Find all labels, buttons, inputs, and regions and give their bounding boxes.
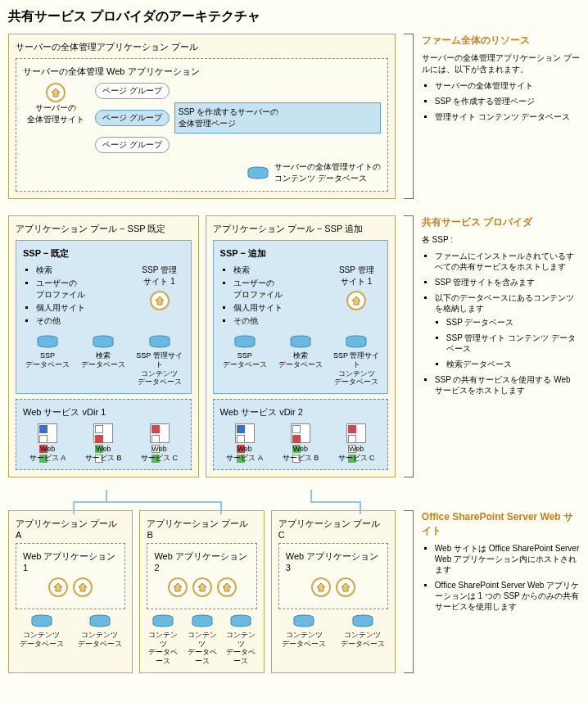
anno1-text: サーバーの全体管理アプリケーション プールには、以下が含まれます。 xyxy=(422,52,580,75)
home-icon xyxy=(73,577,93,597)
database-icon xyxy=(191,614,214,627)
vdir2-box: Web サービス vDir 2 Web サービス A Web サービス B We… xyxy=(213,399,389,470)
database-icon xyxy=(148,335,171,348)
app2-label: Web アプリケーション 2 xyxy=(154,550,249,572)
ssp-default-inner: SSP − 既定 検索 ユーザーの プロファイル 個人用サイト その他 SSP … xyxy=(16,240,192,394)
database-icon xyxy=(247,166,269,179)
webservice-icon xyxy=(291,423,310,443)
ssp-default-box: アプリケーション プール − SSP 既定 SSP − 既定 検索 ユーザーの … xyxy=(8,215,199,477)
pool-b: アプリケーション プール B Web アプリケーション 2 コンテンツ データベ… xyxy=(139,510,264,673)
admin-pool-box: サーバーの全体管理アプリケーション プール サーバーの全体管理 Web アプリケ… xyxy=(8,34,396,199)
pool-a: アプリケーション プール A Web アプリケーション 1 コンテンツ データベ… xyxy=(8,510,133,673)
vdir1-label: Web サービス vDir 1 xyxy=(23,406,184,419)
bracket-3 xyxy=(404,510,414,673)
pool-c-label: アプリケーション プール C xyxy=(278,518,388,540)
webservice-icon xyxy=(150,423,170,443)
ssp-default-label: SSP − 既定 xyxy=(23,247,184,260)
connector-lines xyxy=(8,490,409,514)
home-icon xyxy=(346,291,366,310)
vdir2-label: Web サービス vDir 2 xyxy=(220,406,382,419)
anno3-list: Web サイトは Office SharePoint Server Web アプ… xyxy=(422,543,580,612)
anno1-title: ファーム全体のリソース xyxy=(422,34,580,48)
ssp-add-inner: SSP − 追加 検索 ユーザーの プロファイル 個人用サイト その他 SSP … xyxy=(213,240,389,394)
app1-label: Web アプリケーション 1 xyxy=(23,550,118,572)
pool-b-label: アプリケーション プール B xyxy=(147,518,256,540)
anno3-title: Office SharePoint Server Web サイト xyxy=(422,510,580,538)
ssp-default-pool-label: アプリケーション プール − SSP 既定 xyxy=(16,223,192,235)
webservice-icon xyxy=(346,423,366,443)
database-icon xyxy=(351,614,374,627)
database-icon xyxy=(289,335,312,348)
database-icon xyxy=(36,335,59,348)
database-icon xyxy=(30,614,53,627)
database-icon xyxy=(88,614,111,627)
database-icon xyxy=(345,335,368,348)
database-icon xyxy=(92,335,115,348)
page-group-3: ページ グループ xyxy=(95,137,170,153)
database-icon xyxy=(292,614,315,627)
anno2-title: 共有サービス プロバイダ xyxy=(422,215,580,229)
ssp-admin-2: SSP 管理 サイト 1 xyxy=(332,265,381,287)
app2-box: Web アプリケーション 2 xyxy=(147,543,256,609)
admin-pool-label: サーバーの全体管理アプリケーション プール xyxy=(16,41,388,53)
home-icon xyxy=(150,291,170,310)
bracket-1 xyxy=(404,34,414,199)
section-ssp: アプリケーション プール − SSP 既定 SSP − 既定 検索 ユーザーの … xyxy=(8,215,580,477)
section-pools: アプリケーション プール A Web アプリケーション 1 コンテンツ データベ… xyxy=(8,510,580,673)
ssp-create-label: SSP を作成するサーバーの 全体管理ページ xyxy=(174,102,381,134)
database-icon xyxy=(233,335,256,348)
home-icon xyxy=(311,577,331,597)
webservice-icon xyxy=(38,423,57,443)
home-icon xyxy=(192,577,212,597)
anno1-list: サーバーの全体管理サイト SSP を作成する管理ページ 管理サイト コンテンツ … xyxy=(422,80,580,122)
pool-c: アプリケーション プール C Web アプリケーション 3 コンテンツ データベ… xyxy=(271,510,396,673)
pool-a-label: アプリケーション プール A xyxy=(16,518,125,540)
bracket-2 xyxy=(404,215,414,477)
page-group-2: ページ グループ xyxy=(95,110,170,126)
ssp-add-pool-label: アプリケーション プール − SSP 追加 xyxy=(213,223,389,235)
anno2-text: 各 SSP : xyxy=(422,234,580,246)
webservice-icon xyxy=(93,423,113,443)
home-icon xyxy=(48,577,68,597)
app3-box: Web アプリケーション 3 xyxy=(278,543,388,609)
database-icon xyxy=(152,614,174,627)
database-icon xyxy=(229,614,252,627)
ssp-add-box: アプリケーション プール − SSP 追加 SSP − 追加 検索 ユーザーの … xyxy=(206,215,396,477)
admin-app-label: サーバーの全体管理 Web アプリケーション xyxy=(23,66,381,78)
home-icon xyxy=(217,577,237,597)
home-icon xyxy=(46,83,66,102)
ssp-add-label: SSP − 追加 xyxy=(220,247,382,260)
vdir1-box: Web サービス vDir 1 Web サービス A Web サービス B We… xyxy=(16,399,192,470)
admin-site-label: サーバーの 全体管理サイト xyxy=(23,102,88,125)
app3-label: Web アプリケーション 3 xyxy=(286,550,381,572)
content-db-label: サーバーの全体管理サイトの コンテンツ データベース xyxy=(274,161,381,184)
home-icon xyxy=(168,577,188,597)
ssp-items-2: 検索 ユーザーの プロファイル 個人用サイト その他 xyxy=(220,265,326,327)
page-title: 共有サービス プロバイダのアーキテクチャ xyxy=(8,8,580,25)
ssp-admin-1: SSP 管理 サイト 1 xyxy=(135,265,184,287)
webservice-icon xyxy=(235,423,255,443)
admin-app-box: サーバーの全体管理 Web アプリケーション サーバーの 全体管理サイト ページ… xyxy=(16,58,388,192)
app1-box: Web アプリケーション 1 xyxy=(16,543,125,609)
anno2-list: ファームにインストールされているすべての共有サービスをホストします SSP 管理… xyxy=(422,251,580,396)
page-group-1: ページ グループ xyxy=(95,83,170,99)
home-icon xyxy=(336,577,355,597)
ssp-items-1: 検索 ユーザーの プロファイル 個人用サイト その他 xyxy=(23,265,129,327)
section-farm: サーバーの全体管理アプリケーション プール サーバーの全体管理 Web アプリケ… xyxy=(8,34,580,199)
